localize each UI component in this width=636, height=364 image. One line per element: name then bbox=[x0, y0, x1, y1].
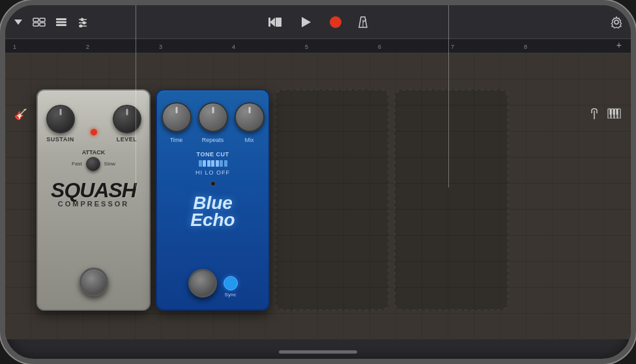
svg-point-9 bbox=[81, 18, 84, 21]
svg-rect-30 bbox=[613, 109, 615, 115]
svg-marker-14 bbox=[270, 18, 275, 27]
sync-label: Sync bbox=[225, 292, 237, 298]
pedalboard: 🎸 bbox=[5, 53, 631, 339]
svg-point-11 bbox=[83, 21, 86, 24]
ruler-add-button[interactable]: + bbox=[616, 40, 622, 50]
svg-rect-1 bbox=[33, 18, 38, 21]
ruler-inner: 1 2 3 4 5 6 7 8 + bbox=[10, 39, 626, 53]
svg-rect-7 bbox=[56, 24, 66, 26]
rewind-button[interactable] bbox=[267, 13, 285, 31]
record-indicator bbox=[330, 16, 341, 28]
ruler-label-6: 6 bbox=[378, 44, 381, 50]
repeats-label: Repeats bbox=[202, 137, 224, 143]
record-button[interactable] bbox=[326, 13, 345, 31]
dropdown-button[interactable] bbox=[13, 17, 23, 27]
toolbar-left bbox=[13, 17, 257, 27]
time-knob[interactable] bbox=[162, 102, 192, 132]
tuning-fork-icon[interactable] bbox=[589, 108, 600, 122]
pedals-container: SUSTAIN LEVEL ATTACK Fast Slow bbox=[36, 83, 508, 311]
attack-fast-label: Fast bbox=[72, 161, 82, 167]
sustain-knob[interactable] bbox=[46, 105, 75, 133]
ruler-label-3: 3 bbox=[159, 44, 162, 50]
svg-rect-5 bbox=[56, 18, 66, 20]
toolbar bbox=[5, 5, 631, 39]
attack-row: Fast Slow bbox=[72, 157, 115, 171]
echo-dot bbox=[210, 181, 216, 186]
play-button[interactable] bbox=[296, 13, 315, 31]
piano-keys-icon[interactable] bbox=[607, 108, 622, 122]
ruler-label-8: 8 bbox=[524, 44, 527, 50]
echo-knobs-row: Time Repeats Mix bbox=[156, 102, 270, 143]
mix-knob-group: Mix bbox=[235, 102, 265, 143]
level-label: LEVEL bbox=[117, 136, 137, 143]
svg-marker-0 bbox=[14, 20, 22, 25]
svg-rect-29 bbox=[610, 109, 612, 115]
mixer-button[interactable] bbox=[77, 17, 89, 27]
time-knob-group: Time bbox=[162, 102, 192, 143]
repeats-knob[interactable] bbox=[198, 102, 228, 132]
toolbar-right bbox=[379, 16, 623, 29]
ruler-label-5: 5 bbox=[305, 44, 308, 50]
ruler-label-4: 4 bbox=[232, 44, 235, 50]
svg-rect-4 bbox=[40, 23, 45, 26]
mix-knob[interactable] bbox=[235, 102, 265, 132]
tone-seg-3 bbox=[207, 160, 210, 167]
track-view-button[interactable] bbox=[33, 17, 46, 27]
attack-knob[interactable] bbox=[86, 157, 100, 171]
empty-slot-1 bbox=[275, 89, 389, 311]
svg-rect-3 bbox=[33, 23, 38, 26]
guitar-icon[interactable]: 🎸 bbox=[14, 109, 27, 120]
svg-rect-15 bbox=[276, 18, 282, 27]
sustain-label: SUSTAIN bbox=[46, 136, 74, 143]
side-button[interactable] bbox=[0, 169, 4, 195]
ruler-label-2: 2 bbox=[86, 44, 89, 50]
attack-label: ATTACK bbox=[82, 149, 106, 156]
tone-cut-bar[interactable] bbox=[199, 160, 227, 167]
svg-rect-6 bbox=[56, 21, 66, 23]
ruler-label-7: 7 bbox=[451, 44, 454, 50]
svg-point-13 bbox=[80, 24, 83, 27]
svg-rect-31 bbox=[616, 109, 618, 115]
blue-echo-pedal: Time Repeats Mix TONE CUT bbox=[156, 89, 270, 311]
tone-seg-2 bbox=[203, 160, 206, 167]
squash-knobs-row: SUSTAIN LEVEL bbox=[38, 105, 149, 143]
squash-compressor-pedal: SUSTAIN LEVEL ATTACK Fast Slow bbox=[36, 89, 151, 311]
phone-frame: 1 2 3 4 5 6 7 8 + 🎸 bbox=[0, 0, 636, 364]
squash-title: SQUASH bbox=[51, 180, 136, 200]
squash-logo: SQUASH COMPRESSOR bbox=[51, 180, 136, 208]
tone-seg-1 bbox=[199, 160, 202, 167]
ruler: 1 2 3 4 5 6 7 8 + bbox=[5, 39, 631, 53]
repeats-knob-group: Repeats bbox=[198, 102, 228, 143]
mix-label: Mix bbox=[245, 137, 254, 143]
squash-footswitch[interactable] bbox=[80, 268, 108, 296]
attack-slow-label: Slow bbox=[104, 161, 115, 167]
sync-button-group: Sync bbox=[224, 276, 238, 298]
tone-seg-6 bbox=[220, 160, 223, 167]
settings-button[interactable] bbox=[610, 16, 623, 29]
blue-echo-logo: Blue Echo bbox=[190, 193, 235, 231]
pedalboard-right-icons bbox=[589, 108, 622, 122]
tone-seg-5 bbox=[216, 160, 219, 167]
svg-point-21 bbox=[614, 20, 618, 24]
ruler-label-1: 1 bbox=[13, 44, 16, 50]
squash-subtitle: COMPRESSOR bbox=[51, 200, 136, 208]
metronome-button[interactable] bbox=[356, 16, 369, 29]
tone-seg-7 bbox=[224, 160, 227, 167]
led-indicator bbox=[91, 129, 97, 135]
tone-seg-4 bbox=[211, 160, 214, 167]
toolbar-center bbox=[267, 13, 369, 31]
time-label: Time bbox=[170, 137, 183, 143]
svg-rect-28 bbox=[618, 109, 620, 119]
echo-footswitch[interactable] bbox=[188, 269, 217, 298]
list-view-button[interactable] bbox=[55, 17, 68, 27]
level-knob-group: LEVEL bbox=[113, 105, 141, 143]
tone-cut-section: TONE CUT HI LO OFF bbox=[157, 151, 268, 186]
svg-rect-2 bbox=[40, 18, 45, 21]
home-indicator bbox=[279, 350, 357, 354]
level-knob[interactable] bbox=[113, 105, 141, 133]
sustain-knob-group: SUSTAIN bbox=[46, 105, 75, 143]
tone-cut-label: TONE CUT bbox=[197, 151, 229, 158]
guitar-icon-area: 🎸 bbox=[14, 108, 27, 120]
blue-echo-title2: Echo bbox=[190, 210, 235, 231]
sync-button[interactable] bbox=[224, 276, 238, 290]
